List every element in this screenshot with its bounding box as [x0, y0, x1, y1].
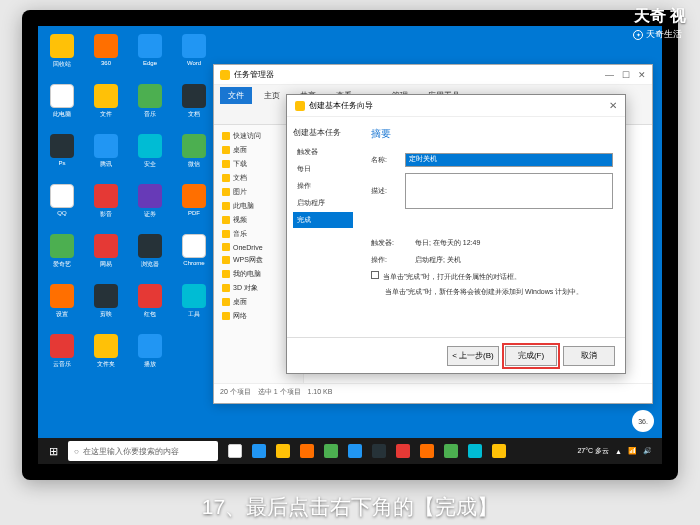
system-tray[interactable]: 27°C 多云 ▲ 📶 🔊 [577, 446, 658, 456]
icon-label: Chrome [176, 260, 212, 266]
app-icon [276, 444, 290, 458]
desktop-icon[interactable]: 云音乐 [44, 334, 80, 376]
taskbar-app[interactable] [488, 440, 510, 462]
cancel-button[interactable]: 取消 [563, 346, 615, 366]
checkbox-label: 当单击"完成"时，打开此任务属性的对话框。 [383, 271, 521, 282]
desktop-icon[interactable]: 文件 [88, 84, 124, 126]
desktop-icon[interactable]: 红包 [132, 284, 168, 326]
dialog-titlebar[interactable]: 创建基本任务向导 ✕ [287, 95, 625, 117]
icon-label: 腾讯 [88, 160, 124, 169]
desktop-icon[interactable]: 证券 [132, 184, 168, 226]
weather-text[interactable]: 27°C 多云 [577, 446, 609, 456]
wizard-step[interactable]: 启动程序 [293, 195, 353, 211]
icon-label: 工具 [176, 310, 212, 319]
app-icon [138, 284, 162, 308]
wizard-content: 摘要 名称: 定时关机 描述: 触发器: 每日; 在每天的 1 [359, 117, 625, 337]
taskbar-app[interactable] [272, 440, 294, 462]
desktop-icon[interactable]: 播放 [132, 334, 168, 376]
desktop-icon[interactable]: 工具 [176, 284, 212, 326]
icon-label: 文档 [176, 110, 212, 119]
taskbar-app[interactable] [248, 440, 270, 462]
desktop-icon[interactable]: 设置 [44, 284, 80, 326]
desktop-icon[interactable]: 影音 [88, 184, 124, 226]
taskbar-app[interactable] [368, 440, 390, 462]
app-icon [182, 234, 206, 258]
minimize-button[interactable]: — [605, 70, 614, 80]
taskbar-app[interactable] [296, 440, 318, 462]
desktop-icon[interactable]: 音乐 [132, 84, 168, 126]
app-icon [50, 34, 74, 58]
tray-icon[interactable]: ▲ [615, 448, 622, 455]
desc-label: 描述: [371, 186, 399, 196]
volume-icon[interactable]: 🔊 [643, 447, 652, 455]
desktop-icon[interactable]: 网易 [88, 234, 124, 276]
taskbar-app[interactable] [320, 440, 342, 462]
desktop-icon[interactable]: 文件夹 [88, 334, 124, 376]
name-input[interactable]: 定时关机 [405, 153, 613, 167]
weather-badge[interactable]: 36. [632, 410, 654, 432]
finish-note: 当单击"完成"时，新任务将会被创建并添加到 Windows 计划中。 [385, 286, 613, 297]
desc-textarea[interactable] [405, 173, 613, 209]
taskbar-app[interactable] [344, 440, 366, 462]
app-icon [50, 234, 74, 258]
app-icon [228, 444, 242, 458]
desktop-icon[interactable]: Edge [132, 34, 168, 76]
desktop-icon[interactable]: 爱奇艺 [44, 234, 80, 276]
action-label: 操作: [371, 254, 409, 265]
wizard-step[interactable]: 完成 [293, 212, 353, 228]
app-icon [94, 234, 118, 258]
app-icon [94, 84, 118, 108]
network-icon[interactable]: 📶 [628, 447, 637, 455]
window-titlebar[interactable]: 任务管理器 — ☐ ✕ [214, 65, 652, 85]
folder-icon [222, 298, 230, 306]
wizard-step[interactable]: 每日 [293, 161, 353, 177]
wizard-step[interactable]: 触发器 [293, 144, 353, 160]
folder-icon [222, 284, 230, 292]
app-icon [324, 444, 338, 458]
icon-label: Word [176, 60, 212, 66]
icon-label: 爱奇艺 [44, 260, 80, 269]
back-button[interactable]: < 上一步(B) [447, 346, 499, 366]
app-icon [50, 134, 74, 158]
taskbar-app[interactable] [224, 440, 246, 462]
wizard-step[interactable]: 操作 [293, 178, 353, 194]
checkbox[interactable] [371, 271, 379, 279]
close-button[interactable]: ✕ [638, 70, 646, 80]
desktop-icon[interactable]: 360 [88, 34, 124, 76]
desktop-icon[interactable]: QQ [44, 184, 80, 226]
folder-icon [222, 188, 230, 196]
desktop-icon[interactable]: 腾讯 [88, 134, 124, 176]
desktop-icon[interactable]: 此电脑 [44, 84, 80, 126]
close-icon[interactable]: ✕ [609, 100, 617, 111]
dialog-footer: < 上一步(B) 完成(F) 取消 [287, 337, 625, 373]
taskbar-app[interactable] [440, 440, 462, 462]
desktop-icon[interactable]: 剪映 [88, 284, 124, 326]
desktop-icon[interactable]: Ps [44, 134, 80, 176]
icon-label: 剪映 [88, 310, 124, 319]
tab-file[interactable]: 文件 [220, 87, 252, 104]
desktop-icon[interactable]: 浏览器 [132, 234, 168, 276]
desktop-icon[interactable]: 安全 [132, 134, 168, 176]
search-input[interactable]: ○ 在这里输入你要搜索的内容 [68, 441, 218, 461]
taskbar-app[interactable] [416, 440, 438, 462]
icon-label: 设置 [44, 310, 80, 319]
summary-heading: 摘要 [371, 127, 613, 141]
icon-label: 此电脑 [44, 110, 80, 119]
desktop-icon[interactable]: 微信 [176, 134, 212, 176]
app-icon [182, 184, 206, 208]
taskbar-app[interactable] [392, 440, 414, 462]
desktop-icon[interactable]: 文档 [176, 84, 212, 126]
icon-label: PDF [176, 210, 212, 216]
app-icon [50, 284, 74, 308]
desktop-icon[interactable]: PDF [176, 184, 212, 226]
icon-label: 文件 [88, 110, 124, 119]
maximize-button[interactable]: ☐ [622, 70, 630, 80]
desktop-icon[interactable]: Chrome [176, 234, 212, 276]
desktop-icon[interactable]: 回收站 [44, 34, 80, 76]
finish-button[interactable]: 完成(F) [505, 346, 557, 366]
start-button[interactable]: ⊞ [42, 440, 64, 462]
app-icon [50, 184, 74, 208]
desktop-icon[interactable]: Word [176, 34, 212, 76]
taskbar-app[interactable] [464, 440, 486, 462]
tab-home[interactable]: 主页 [256, 87, 288, 104]
